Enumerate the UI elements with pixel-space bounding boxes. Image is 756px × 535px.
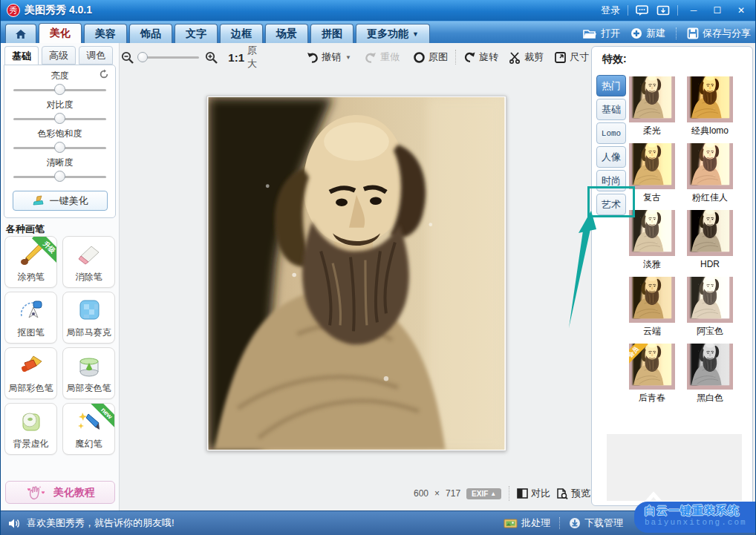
- home-tab[interactable]: [5, 24, 36, 43]
- blur-icon: [19, 410, 44, 433]
- redo-icon: [365, 51, 377, 64]
- undo-icon: [306, 51, 319, 64]
- effect-thumbnail: [629, 143, 675, 189]
- slider-label-saturation: 色彩饱和度: [12, 128, 108, 140]
- zoom-in-icon[interactable]: [205, 51, 218, 64]
- category-lomo[interactable]: Lomo: [596, 122, 626, 144]
- tab-collage[interactable]: 拼图: [310, 24, 353, 43]
- mosaic-icon: [76, 298, 102, 322]
- batch-process-button[interactable]: 批处理: [504, 516, 550, 530]
- separator: [455, 50, 456, 65]
- status-message: 喜欢美图秀秀，就告诉你的朋友哦!: [27, 516, 175, 530]
- canvas-info-bar: 600 × 717 EXIF▲ 对比 预览: [414, 486, 590, 501]
- resize-button[interactable]: 尺寸: [554, 50, 589, 64]
- window-title: 美图秀秀 4.0.1: [25, 4, 92, 17]
- site-watermark: 白云一键重装系统 baiyunxitong.com: [634, 502, 756, 533]
- brush-magic-pen[interactable]: new 魔幻笔: [62, 403, 115, 455]
- effects-grid: 柔光 经典lomo 复古 粉红佳人 淡雅 HDR 云端 阿宝色 会员后青春 黑白…: [629, 76, 749, 406]
- paint-brush-icon: [19, 354, 44, 378]
- brush-eraser[interactable]: 消除笔: [62, 236, 115, 288]
- category-basic[interactable]: 基础: [596, 99, 626, 120]
- view-original-button[interactable]: 原图: [413, 50, 448, 64]
- zoom-slider[interactable]: [138, 51, 201, 63]
- effect-hdr[interactable]: HDR: [687, 210, 733, 272]
- one-key-beautify-button[interactable]: 一键美化: [13, 191, 108, 211]
- slider-thumb[interactable]: [54, 142, 65, 153]
- brush-cutout-pen[interactable]: 抠图笔: [4, 292, 57, 344]
- feedback-chat-icon[interactable]: [636, 5, 649, 16]
- reset-icon[interactable]: [99, 69, 109, 79]
- compare-button[interactable]: 对比: [517, 487, 550, 500]
- brush-local-mosaic[interactable]: 局部马赛克: [62, 292, 115, 344]
- effect-post-youth[interactable]: 会员后青春: [629, 344, 675, 406]
- separator: [509, 486, 509, 501]
- brush-local-color-pen[interactable]: 局部彩色笔: [4, 347, 57, 399]
- rotate-button[interactable]: 旋转: [463, 50, 498, 64]
- effect-abao-color[interactable]: 阿宝色: [687, 277, 733, 339]
- login-link[interactable]: 登录: [601, 4, 620, 17]
- image-height: 717: [446, 488, 460, 499]
- brightness-slider[interactable]: [12, 82, 108, 99]
- effect-soft-light[interactable]: 柔光: [629, 76, 675, 139]
- effect-thumbnail: [629, 76, 675, 122]
- effect-cloud[interactable]: 云端: [629, 277, 675, 339]
- tab-text[interactable]: 文字: [175, 24, 218, 43]
- portrait-image: [208, 97, 505, 450]
- crop-button[interactable]: 裁剪: [509, 50, 544, 64]
- eraser-icon: [76, 243, 102, 266]
- doodle-pen-icon: [19, 243, 44, 266]
- category-portrait[interactable]: 人像: [596, 146, 626, 168]
- effect-black-white[interactable]: 黑白色: [687, 344, 733, 406]
- brush-doodle-pen[interactable]: 升级 涂鸦笔: [4, 236, 57, 288]
- slider-thumb[interactable]: [54, 113, 65, 124]
- new-button[interactable]: 新建: [630, 27, 665, 40]
- brushes-section-header: 各种画笔: [6, 223, 45, 236]
- zoom-ratio-label[interactable]: 1:1: [228, 51, 244, 64]
- tab-frame[interactable]: 边框: [220, 24, 263, 43]
- tab-more-features[interactable]: 更多功能▼: [356, 24, 430, 43]
- redo-button[interactable]: 重做: [365, 50, 400, 64]
- popup-window-icon[interactable]: [656, 5, 670, 16]
- tab-accessory[interactable]: 饰品: [129, 24, 172, 43]
- tab-cosmetic[interactable]: 美容: [84, 24, 127, 43]
- saturation-slider[interactable]: [12, 140, 108, 157]
- tab-beautify[interactable]: 美化: [39, 23, 82, 43]
- beautify-tutorial-button[interactable]: 美化教程: [5, 481, 115, 504]
- maximize-button[interactable]: ☐: [709, 4, 726, 17]
- zoom-slider-thumb[interactable]: [137, 52, 148, 62]
- open-button[interactable]: 打开: [583, 27, 620, 40]
- slider-thumb[interactable]: [54, 84, 65, 95]
- effect-thumbnail: [629, 210, 675, 256]
- app-logo-icon: 秀: [7, 4, 20, 17]
- clarity-slider[interactable]: [12, 169, 108, 186]
- tab-color-adjust[interactable]: 调色: [79, 46, 113, 65]
- effect-classic-lomo[interactable]: 经典lomo: [687, 76, 733, 139]
- preview-button[interactable]: 预览: [556, 487, 590, 500]
- zoom-fit-label[interactable]: 原大: [247, 44, 263, 70]
- stamp-icon: [32, 195, 45, 207]
- brush-local-recolor-pen[interactable]: 局部变色笔: [62, 347, 115, 399]
- tab-scene[interactable]: 场景: [265, 24, 308, 43]
- watermark-title: 白云一键重装系统: [645, 504, 756, 518]
- exif-badge[interactable]: EXIF▲: [466, 488, 501, 499]
- tab-basic-adjust[interactable]: 基础: [4, 46, 39, 66]
- effect-elegant[interactable]: 淡雅: [629, 210, 675, 272]
- effect-thumbnail: [687, 277, 733, 323]
- annotation-arrow: [556, 208, 602, 332]
- effect-pink-lady[interactable]: 粉红佳人: [687, 143, 733, 206]
- zoom-out-icon[interactable]: [121, 51, 134, 64]
- minimize-button[interactable]: ─: [685, 4, 702, 17]
- effect-thumbnail: [687, 76, 733, 122]
- slider-thumb[interactable]: [54, 171, 65, 182]
- brush-background-blur[interactable]: 背景虚化: [4, 403, 57, 455]
- save-share-button[interactable]: 保存与分享: [687, 27, 751, 40]
- download-manager-button[interactable]: 下载管理: [569, 516, 623, 530]
- close-button[interactable]: ✕: [733, 4, 749, 17]
- tab-advanced-adjust[interactable]: 高级: [42, 46, 76, 65]
- contrast-slider[interactable]: [12, 111, 108, 128]
- canvas-photo[interactable]: [206, 96, 506, 451]
- category-hot[interactable]: 热门: [596, 75, 626, 96]
- title-bar: 秀 美图秀秀 4.0.1 登录 ─ ☐ ✕: [1, 0, 755, 21]
- undo-button[interactable]: 撤销 ▼: [306, 50, 351, 64]
- effect-retro[interactable]: 复古: [629, 143, 675, 206]
